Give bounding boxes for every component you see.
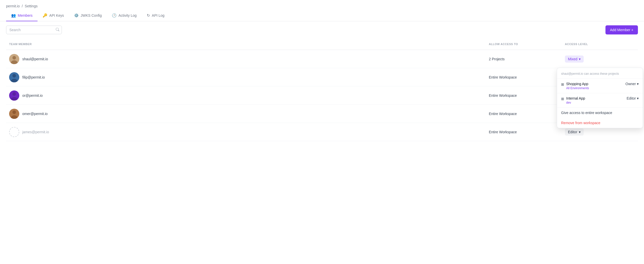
tabs-nav: 👥 Members 🔑 API Keys ⚙️ JWKS Config 🕐 Ac… (0, 10, 644, 21)
access-cell-james: Entire Workspace (486, 127, 562, 137)
project-icon-shopping: ⊞ (561, 82, 564, 86)
project-env-shopping: All Environments (566, 86, 589, 90)
role-label-shopping: Owner (625, 82, 636, 86)
tab-jwks-label: JWKS Config (81, 13, 102, 17)
chevron-down-icon: ▾ (579, 57, 581, 61)
svg-point-4 (12, 74, 16, 78)
tab-members-label: Members (18, 13, 32, 17)
member-cell-james: james@permit.io (6, 124, 486, 140)
avatar-omer (9, 109, 19, 119)
chevron-down-icon-james: ▾ (579, 130, 581, 134)
access-cell-filip: Entire Workspace (486, 72, 562, 82)
project-name-shopping: Shopping App (566, 82, 589, 86)
tab-api-log[interactable]: ↻ API Log (142, 10, 170, 21)
tab-activity-log[interactable]: 🕐 Activity Log (107, 10, 142, 21)
project-role-internal[interactable]: Editor ▾ (627, 96, 639, 100)
tab-activity-label: Activity Log (118, 13, 137, 17)
breadcrumb-current: Settings (25, 4, 38, 8)
toolbar: Add Member + (0, 21, 644, 39)
member-email-james: james@permit.io (22, 130, 49, 134)
api-log-icon: ↻ (147, 13, 150, 18)
tab-api-keys-label: API Keys (49, 13, 64, 17)
member-cell-omer: omer@permit.io (6, 106, 486, 122)
give-access-action[interactable]: Give access to entire workspace (557, 108, 643, 118)
chevron-down-icon-shopping: ▾ (637, 82, 639, 86)
svg-point-7 (12, 92, 16, 96)
project-details-shopping: Shopping App All Environments (566, 82, 589, 90)
project-env-internal: dev (566, 101, 585, 104)
search-icon (56, 28, 59, 32)
mixed-badge-shaul[interactable]: Mixed ▾ (565, 55, 584, 63)
svg-point-1 (12, 56, 16, 60)
table-row: james@permit.io Entire Workspace Editor … (6, 123, 638, 141)
chevron-down-icon-internal: ▾ (637, 96, 639, 100)
member-cell-filip: filip@permit.io (6, 69, 486, 85)
remove-from-workspace-action[interactable]: Remove from workspace (557, 118, 643, 128)
breadcrumb-parent[interactable]: permit.io (6, 4, 20, 8)
members-icon: 👥 (11, 13, 16, 18)
tab-api-keys[interactable]: 🔑 API Keys (38, 10, 69, 21)
avatar-filip (9, 72, 19, 82)
col-allow-access: ALLOW ACCESS TO (486, 41, 562, 48)
access-cell-shaul: 2 Projects (486, 54, 562, 64)
member-cell-shaul: shaul@permit.io (6, 51, 486, 67)
dropdown-header: shaul@permit.io can access these project… (557, 72, 643, 79)
table-row: shaul@permit.io 2 Projects Mixed ▾ shaul… (6, 50, 638, 68)
avatar-james (9, 127, 19, 137)
editor-label-james: Editor (568, 130, 577, 134)
breadcrumb-separator: / (22, 4, 23, 8)
editor-badge-james[interactable]: Editor ▾ (565, 128, 584, 136)
avatar-or (9, 90, 19, 101)
member-cell-or: or@permit.io (6, 87, 486, 104)
project-name-internal: Internal App (566, 96, 585, 100)
activity-icon: 🕐 (112, 13, 117, 18)
avatar-img-shaul (9, 54, 19, 64)
add-member-button[interactable]: Add Member + (605, 25, 638, 34)
table-row: filip@permit.io Entire Workspace Editor … (6, 68, 638, 86)
mixed-label: Mixed (568, 57, 577, 61)
project-details-internal: Internal App dev (566, 96, 585, 104)
add-member-label: Add Member + (610, 28, 633, 32)
col-access-level: ACCESS LEVEL (562, 41, 638, 48)
search-wrap (6, 26, 62, 34)
search-input[interactable] (6, 26, 62, 34)
table-header: TEAM MEMBER ALLOW ACCESS TO ACCESS LEVEL (6, 39, 638, 50)
access-cell-omer: Entire Workspace (486, 109, 562, 119)
project-item-internal: ⊞ Internal App dev Editor ▾ (557, 93, 643, 108)
member-email-or: or@permit.io (22, 93, 43, 98)
avatar-shaul (9, 54, 19, 64)
col-team-member: TEAM MEMBER (6, 41, 486, 48)
member-email-shaul: shaul@permit.io (22, 57, 48, 61)
project-role-shopping[interactable]: Owner ▾ (625, 82, 639, 86)
member-email-omer: omer@permit.io (22, 112, 48, 116)
api-keys-icon: 🔑 (43, 13, 47, 18)
level-cell-shaul: Mixed ▾ shaul@permit.io can access these… (562, 52, 638, 66)
tab-api-log-label: API Log (152, 13, 165, 17)
breadcrumb: permit.io / Settings (0, 0, 644, 10)
project-info-shopping: ⊞ Shopping App All Environments (561, 82, 589, 90)
role-label-internal: Editor (627, 96, 636, 100)
access-cell-or: Entire Workspace (486, 90, 562, 101)
table-row: or@permit.io Entire Workspace Editor ▾ (6, 86, 638, 105)
member-email-filip: filip@permit.io (22, 75, 45, 79)
table-row: omer@permit.io Entire Workspace Editor ▾ (6, 105, 638, 123)
svg-point-10 (12, 110, 16, 114)
tab-members[interactable]: 👥 Members (6, 10, 38, 21)
project-item-shopping: ⊞ Shopping App All Environments Owner ▾ (557, 79, 643, 93)
jwks-icon: ⚙️ (74, 13, 79, 18)
tab-jwks-config[interactable]: ⚙️ JWKS Config (69, 10, 107, 21)
project-info-internal: ⊞ Internal App dev (561, 96, 585, 104)
project-icon-internal: ⊞ (561, 97, 564, 101)
members-table: TEAM MEMBER ALLOW ACCESS TO ACCESS LEVEL… (0, 39, 644, 141)
dropdown-popup-shaul: shaul@permit.io can access these project… (557, 68, 643, 128)
